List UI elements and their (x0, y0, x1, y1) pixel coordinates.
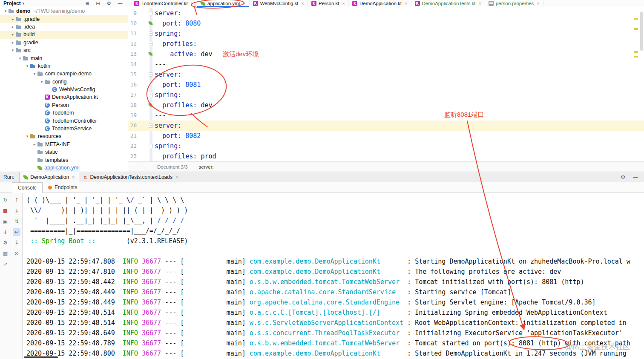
rerun-icon[interactable]: ↻ (2, 196, 9, 204)
close-icon[interactable]: × (191, 1, 193, 6)
chevron-down-icon[interactable]: ▾ (24, 64, 30, 68)
code-line-20[interactable]: 20−server: (128, 121, 644, 131)
code-line-9[interactable]: 9−server: (128, 8, 644, 18)
close-icon[interactable]: × (175, 175, 178, 180)
code-line-19[interactable]: 19--- (128, 110, 644, 121)
code-line-16[interactable]: 16 port: 8081 (128, 80, 644, 90)
editor-tab-demoapplicationtests-kt[interactable]: KDemoApplicationTests.kt× (411, 0, 485, 7)
tree-item-demoapplication-kt[interactable]: KDemoApplication.kt (0, 93, 128, 101)
code-line-18[interactable]: 18 profiles: dev (128, 100, 644, 110)
locate-file-icon[interactable]: ⊕ (85, 1, 89, 6)
chevron-down-icon[interactable]: ▾ (17, 56, 23, 60)
chevron-down-icon[interactable]: ▾ (32, 72, 37, 76)
close-icon[interactable]: × (405, 1, 407, 6)
editor-tab-application-yml[interactable]: application.yml× (197, 0, 250, 7)
prev-occurrence-icon[interactable]: ↑ (13, 196, 20, 204)
chevron-right-icon[interactable]: ▸ (10, 25, 16, 29)
warning-stripe-mark[interactable] (634, 51, 638, 53)
tree-item-src[interactable]: ▾src (0, 46, 128, 54)
stop-icon[interactable]: ■ (2, 207, 9, 215)
close-icon[interactable]: × (243, 1, 245, 6)
code-line-23[interactable]: 23 profiles: prod (128, 151, 644, 161)
console-scrollbar[interactable] (24, 356, 58, 358)
hide-panel-icon[interactable]: — (118, 1, 123, 6)
settings-icon[interactable]: ⚙ (2, 239, 9, 247)
tree-item-templates[interactable]: templates (0, 156, 128, 164)
next-occurrence-icon[interactable]: ↓ (13, 207, 20, 215)
tree-item-demo[interactable]: ▾demo~/TWU learning/demo (0, 7, 128, 15)
fold-icon[interactable]: − (149, 93, 153, 97)
tree-item-gradle[interactable]: ▸.gradle (0, 15, 128, 23)
code-line-15[interactable]: 15−server: (128, 69, 644, 80)
fold-icon[interactable]: − (149, 144, 153, 148)
run-tab-demoapplicationtests-contextloads[interactable]: ⇅DemoApplicationTests.contextLoads× (79, 172, 182, 182)
tree-item-com-example-demo[interactable]: ▾com.example.demo (0, 70, 128, 78)
soft-wrap-icon[interactable]: ↩ (13, 228, 20, 236)
editor[interactable]: 9−server:10 port: 808011−spring:12− prof… (128, 7, 644, 161)
close-icon[interactable]: × (537, 1, 539, 6)
code-line-11[interactable]: 11−spring: (128, 29, 644, 39)
editor-scrollbar[interactable] (640, 11, 643, 51)
chevron-down-icon[interactable]: ▾ (39, 80, 45, 84)
fold-icon[interactable]: − (149, 11, 153, 15)
fold-icon[interactable]: − (149, 72, 153, 77)
chevron-right-icon[interactable]: ▸ (32, 142, 37, 146)
tree-item-resources[interactable]: ▾resources (0, 132, 128, 140)
tree-item-static[interactable]: static (0, 148, 128, 156)
step-down-icon[interactable]: ↓ (2, 228, 9, 236)
breadcrumb-document[interactable]: Document 3/3 (157, 164, 188, 169)
collapse-all-icon[interactable]: ⊟ (96, 1, 100, 6)
code-line-21[interactable]: 21 port: 8082 (128, 131, 644, 141)
tree-item-todoitem[interactable]: CTodoItem (0, 109, 128, 117)
tree-item-config[interactable]: ▾config (0, 78, 128, 86)
editor-tab-webmvcconfig-kt[interactable]: KWebMvcConfig.kt× (250, 0, 308, 7)
sort-icon[interactable]: ⇅ (13, 218, 20, 225)
tree-item-application-yml[interactable]: application.yml (0, 164, 128, 172)
hide-toolwindow-icon[interactable]: — (633, 175, 638, 180)
code-line-14[interactable]: 14--- (128, 59, 644, 69)
code-line-13[interactable]: 13 active: dev (128, 49, 644, 59)
run-tab-demoapplication[interactable]: DemoApplication× (19, 172, 79, 182)
fold-icon[interactable]: − (149, 123, 153, 128)
editor-tab-demoapplication-kt[interactable]: KDemoApplication.kt× (349, 0, 411, 7)
close-icon[interactable]: × (72, 175, 75, 180)
tree-item-todoitemservice[interactable]: CTodoItemService (0, 125, 128, 132)
warning-stripe-mark[interactable] (634, 28, 638, 30)
editor-tab-person-properties[interactable]: person.properties× (485, 0, 543, 7)
code-line-17[interactable]: 17−spring: (128, 90, 644, 100)
editor-tab-person-kt[interactable]: KPerson.kt× (308, 0, 349, 7)
tree-item-build[interactable]: ▸build (0, 31, 128, 38)
tree-item-todoitemcontroller[interactable]: CTodoItemController (0, 117, 128, 124)
tree-item-person[interactable]: CPerson (0, 101, 128, 109)
close-icon[interactable]: × (478, 1, 481, 6)
code-line-22[interactable]: 22−spring: (128, 141, 644, 151)
tree-item-meta-inf[interactable]: ▸META-INF (0, 141, 128, 148)
tree-item-idea[interactable]: ▸.idea (0, 23, 128, 31)
close-icon[interactable]: × (302, 1, 304, 6)
tree-item-webmvcconfig[interactable]: CWebMvcConfig (0, 86, 128, 93)
editor-tab-todoitemcontroller-kt[interactable]: KTodoItemController.kt× (131, 0, 197, 7)
chevron-down-icon[interactable]: ▾ (3, 9, 9, 13)
clear-all-icon[interactable]: ⊘ (13, 250, 20, 257)
tab-console[interactable]: Console (12, 182, 43, 193)
settings-gear-icon[interactable]: ⚙ (621, 175, 625, 180)
tree-item-main[interactable]: ▾main (0, 54, 128, 62)
console-output[interactable]: ( ( )\___ | '_ | '_| | '_ \/ _` | \ \ \ … (23, 193, 644, 359)
chevron-down-icon[interactable]: ▾ (10, 48, 16, 52)
breadcrumb-key[interactable]: server: (199, 164, 214, 169)
close-icon[interactable]: × (342, 1, 345, 6)
project-view-selector[interactable]: Project ▾ (3, 0, 24, 6)
code-line-12[interactable]: 12− profiles: (128, 39, 644, 49)
fold-icon[interactable]: − (149, 32, 153, 36)
warning-stripe-mark[interactable] (634, 18, 638, 20)
tree-item-kotlin[interactable]: ▾kotlin (0, 62, 128, 70)
warning-stripe-mark[interactable] (634, 56, 638, 57)
export-icon[interactable]: ↗ (2, 260, 9, 268)
chevron-right-icon[interactable]: ▸ (10, 40, 16, 45)
chevron-right-icon[interactable]: ▸ (10, 32, 16, 37)
scroll-to-end-icon[interactable]: ↧ (13, 239, 20, 247)
tree-item-gradle[interactable]: ▸gradle (0, 39, 128, 46)
tab-endpoints[interactable]: Endpoints (43, 182, 83, 192)
settings-gear-icon[interactable]: ⚙ (106, 1, 111, 6)
layout-icon[interactable]: ▦ (2, 250, 9, 257)
